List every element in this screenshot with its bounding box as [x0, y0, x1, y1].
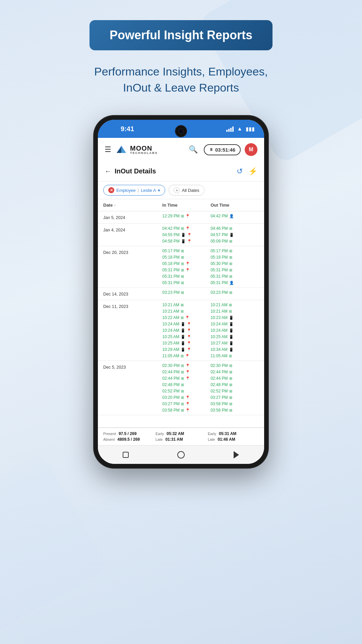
employee-filter-chip[interactable]: ✕ Employee | Leslie A ▾ [103, 185, 165, 196]
time-entry: 05:31 PM⊞ [162, 274, 210, 279]
time-entry: 02:44 PM⊞📍 [162, 369, 210, 375]
employee-filter-label: Employee [116, 188, 136, 193]
monitor-icon: ⊞ [229, 389, 232, 393]
phone-icon: 📱 [181, 322, 185, 326]
monitor-icon: ⊞ [181, 389, 184, 393]
add-dates-filter-icon: + [174, 187, 180, 193]
phone-icon: 📱 [229, 322, 234, 326]
col-date-header: Date ↓ [103, 203, 162, 208]
status-time: 9:41 [106, 125, 134, 133]
monitor-icon: ⊞ [229, 239, 232, 244]
time-entry: 11:05 AM⊞ [210, 353, 259, 359]
time-value: 12:29 PM [162, 214, 179, 218]
location-icon: 📍 [185, 354, 190, 358]
time-entry: 05:31 PM⊞📍 [162, 267, 210, 273]
logo-svg [115, 144, 127, 156]
remove-employee-filter-icon[interactable]: ✕ [108, 187, 114, 193]
table-row: Dec 11, 2023 10:21 AM⊞ 10:21 AM⊞ 10:22 A… [98, 300, 264, 361]
page-header: Powerful Insight Reports Performance Ins… [89, 20, 273, 96]
date-label: Dec 14, 2023 [103, 288, 162, 300]
battery-icon: ▮▮▮ [246, 126, 255, 132]
time-entry: 10:21 AM⊞ [162, 309, 210, 314]
late-out-value: 01:46 AM [218, 437, 235, 442]
present-absent-stats: Present 97.5 / 269 Absent 4809.5 / 269 [103, 431, 154, 442]
sys-square-button[interactable] [121, 450, 131, 460]
person-icon: 👤 [229, 281, 234, 285]
monitor-icon: ⊞ [181, 290, 184, 295]
time-entry: 03:58 PM⊞ [210, 401, 259, 407]
monitor-icon: ⊞ [181, 364, 184, 368]
location-icon: 📍 [185, 226, 190, 231]
time-entry: 03:27 PM⊞📍 [162, 401, 210, 407]
phone-icon: 📱 [181, 335, 185, 339]
in-times: 12:29 PM ⊞ 📍 [162, 211, 210, 223]
time-entry: 04:46 PM⊞ [210, 226, 259, 231]
early-out-label: Early [208, 432, 216, 436]
times-cell: 05:17 PM⊞ 05:18 PM⊞ 05:18 PM⊞📍 05:31 PM⊞… [162, 246, 259, 287]
refresh-button[interactable]: ↺ [234, 166, 245, 177]
time-entry: 05:30 PM⊞ [210, 261, 259, 266]
time-entry: 10:25 AM📱📍 [162, 334, 210, 339]
location-icon: 📍 [187, 328, 191, 333]
early-late-out-stats: Early 05:31 AM Late 01:46 AM [208, 431, 259, 442]
wifi-icon: ▲ [237, 126, 242, 132]
time-entry: 03:23 PM⊞ [210, 290, 259, 295]
monitor-icon: ⊞ [229, 303, 232, 307]
time-entry: 10:24 AM📱📍 [162, 321, 210, 327]
monitor-icon: ⊞ [229, 274, 232, 279]
sys-home-button[interactable] [176, 450, 186, 460]
out-times: 04:46 PM⊞ 04:57 PM📱 05:09 PM⊞ [210, 224, 259, 246]
monitor-icon: ⊞ [229, 309, 232, 314]
time-entry: 02:48 PM⊞ [162, 382, 210, 387]
time-entry: 10:34 AM📱 [210, 347, 259, 352]
present-value: 97.5 / 269 [119, 431, 136, 436]
date-group-dec14: Dec 14, 2023 03:23 PM⊞ 03:23 PM⊞ [98, 288, 264, 300]
monitor-icon: ⊞ [181, 395, 184, 400]
early-late-in-stats: Early 05:32 AM Late 01:31 AM [156, 431, 206, 442]
monitor-icon: ⊞ [181, 408, 184, 413]
timer-button[interactable]: ⏸ 03:51:46 [204, 144, 241, 155]
sys-back-button[interactable] [231, 450, 241, 460]
time-entry: 10:25 AM📱 [210, 334, 259, 339]
filter-button[interactable]: ⚡ [248, 167, 257, 176]
date-label: Jan 4, 2024 [103, 224, 162, 246]
time-entry: 10:22 AM⊞📍 [162, 315, 210, 320]
monitor-icon: ⊞ [181, 249, 184, 253]
user-avatar[interactable]: M [245, 143, 257, 156]
out-times: 04:42 PM 👤 [210, 211, 259, 223]
times-cell: 02:30 PM⊞📍 02:44 PM⊞📍 02:44 PM⊞📍 02:48 P… [162, 361, 259, 415]
phone-icon: 📱 [181, 233, 186, 237]
time-entry: 05:18 PM⊞ [162, 255, 210, 260]
time-entry: 12:29 PM ⊞ 📍 [162, 213, 210, 219]
back-button[interactable]: ← [105, 167, 111, 175]
in-times: 02:30 PM⊞📍 02:44 PM⊞📍 02:44 PM⊞📍 02:48 P… [162, 361, 210, 415]
search-icon[interactable]: 🔍 [187, 143, 200, 156]
late-in-value: 01:31 AM [165, 437, 183, 442]
time-entry: 10:27 AM📱 [210, 340, 259, 346]
monitor-icon: ⊞ [181, 268, 184, 272]
time-entry: 02:52 PM⊞ [162, 388, 210, 394]
time-entry: 05:18 PM⊞ [210, 255, 259, 260]
table-scroll-area[interactable]: Jan 5, 2024 12:29 PM ⊞ 📍 [98, 211, 264, 427]
monitor-icon: ⊞ [181, 281, 184, 285]
monitor-icon: ⊞ [181, 376, 184, 381]
dates-filter-chip[interactable]: + All Dates [169, 185, 204, 196]
time-entry: 10:24 AM📱📍 [162, 328, 210, 333]
monitor-icon: ⊞ [181, 316, 184, 320]
date-group-jan5: Jan 5, 2024 12:29 PM ⊞ 📍 [98, 211, 264, 224]
time-entry: 10:23 AM📱 [210, 315, 259, 320]
early-in-value: 05:32 AM [167, 431, 184, 436]
table-row: Jan 5, 2024 12:29 PM ⊞ 📍 [98, 211, 264, 223]
hamburger-icon[interactable]: ☰ [105, 145, 111, 154]
avatar-initial: M [249, 147, 253, 153]
time-entry: 10:21 AM⊞ [210, 309, 259, 314]
header-badge: Powerful Insight Reports [89, 20, 273, 50]
table-header: Date ↓ In Time Out Time [98, 199, 264, 211]
person-icon: 👤 [229, 214, 234, 218]
logo-sub: TECHNOLABS [130, 152, 158, 155]
date-group-dec20: Dec 20, 2023 05:17 PM⊞ 05:18 PM⊞ 05:18 P… [98, 246, 264, 288]
monitor-icon: ⊞ [229, 402, 232, 406]
monitor-icon: ⊞ [229, 395, 232, 400]
absent-value: 4809.5 / 269 [117, 437, 140, 442]
absent-label: Absent [103, 437, 115, 441]
